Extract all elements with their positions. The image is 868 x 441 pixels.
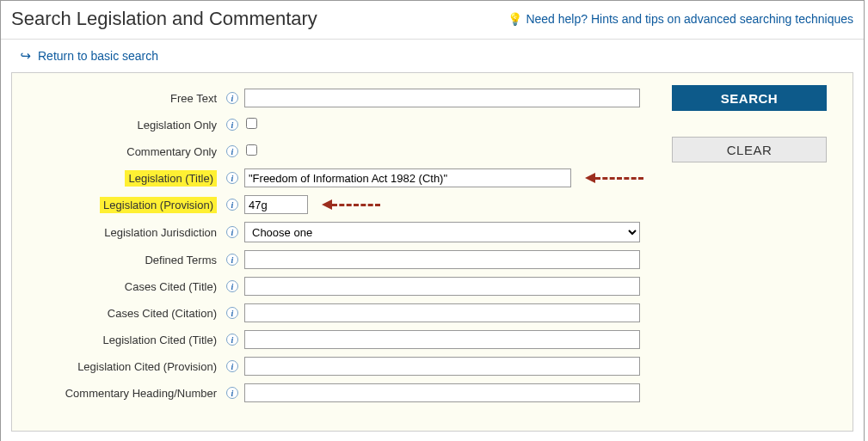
info-icon[interactable]: i <box>226 145 238 157</box>
row-defined-terms: Defined Terms i <box>29 250 835 269</box>
label-commentary-heading: Commentary Heading/Number <box>29 387 220 400</box>
row-legislation-title: Legislation (Title) i <box>29 168 835 187</box>
commentary-heading-input[interactable] <box>244 383 640 402</box>
help-link-text: Need help? Hints and tips on advanced se… <box>526 12 853 26</box>
clear-button[interactable]: CLEAR <box>672 137 827 162</box>
legislation-provision-input[interactable] <box>244 195 308 214</box>
commentary-only-checkbox[interactable] <box>246 144 257 156</box>
info-icon[interactable]: i <box>226 387 238 399</box>
arrow-annotation-icon <box>322 199 380 210</box>
info-icon[interactable]: i <box>226 172 238 184</box>
legislation-jurisdiction-select[interactable]: Choose one <box>244 222 640 242</box>
label-legislation-provision: Legislation (Provision) <box>100 197 217 213</box>
row-cases-cited-citation: Cases Cited (Citation) i <box>29 303 835 322</box>
legislation-title-input[interactable] <box>244 168 571 187</box>
info-icon[interactable]: i <box>226 360 238 372</box>
legislation-cited-title-input[interactable] <box>244 330 640 349</box>
info-icon[interactable]: i <box>226 254 238 266</box>
row-legislation-jurisdiction: Legislation Jurisdiction i Choose one <box>29 222 835 242</box>
row-legislation-cited-provision: Legislation Cited (Provision) i <box>29 357 835 376</box>
legislation-cited-provision-input[interactable] <box>244 357 640 376</box>
info-icon[interactable]: i <box>226 199 238 211</box>
label-free-text: Free Text <box>29 92 220 105</box>
help-link[interactable]: 💡 Need help? Hints and tips on advanced … <box>508 12 853 26</box>
label-defined-terms: Defined Terms <box>29 254 220 266</box>
info-icon[interactable]: i <box>226 334 238 346</box>
return-arrow-icon: ↩ <box>20 48 31 64</box>
row-cases-cited-title: Cases Cited (Title) i <box>29 277 835 296</box>
info-icon[interactable]: i <box>226 226 238 238</box>
legislation-only-checkbox[interactable] <box>246 118 257 129</box>
label-legislation-title: Legislation (Title) <box>125 170 217 187</box>
row-legislation-cited-title: Legislation Cited (Title) i <box>29 330 835 349</box>
return-to-basic-link[interactable]: Return to basic search <box>38 49 158 63</box>
free-text-input[interactable] <box>244 89 640 107</box>
row-commentary-heading: Commentary Heading/Number i <box>29 383 835 402</box>
label-legislation-cited-provision: Legislation Cited (Provision) <box>29 360 220 373</box>
info-icon[interactable]: i <box>226 307 238 319</box>
label-cases-cited-citation: Cases Cited (Citation) <box>29 307 220 320</box>
info-icon[interactable]: i <box>226 119 238 131</box>
search-button[interactable]: SEARCH <box>672 85 827 111</box>
label-legislation-only: Legislation Only <box>29 119 220 132</box>
page-header: Search Legislation and Commentary 💡 Need… <box>1 1 864 40</box>
cases-cited-citation-input[interactable] <box>244 303 640 322</box>
label-legislation-jurisdiction: Legislation Jurisdiction <box>29 226 220 239</box>
arrow-annotation-icon <box>585 173 643 183</box>
search-form: SEARCH CLEAR Free Text i Legislation Onl… <box>11 72 853 432</box>
info-icon[interactable]: i <box>226 280 238 292</box>
defined-terms-input[interactable] <box>244 250 640 269</box>
label-legislation-cited-title: Legislation Cited (Title) <box>29 334 220 346</box>
label-cases-cited-title: Cases Cited (Title) <box>29 280 220 293</box>
cases-cited-title-input[interactable] <box>244 277 640 296</box>
page-title: Search Legislation and Commentary <box>11 8 317 30</box>
info-icon[interactable]: i <box>226 92 238 104</box>
row-legislation-provision: Legislation (Provision) i <box>29 195 835 214</box>
lightbulb-icon: 💡 <box>508 12 522 26</box>
return-bar: ↩ Return to basic search <box>1 40 864 72</box>
main-container: Search Legislation and Commentary 💡 Need… <box>0 0 865 441</box>
action-buttons: SEARCH CLEAR <box>672 85 827 162</box>
label-commentary-only: Commentary Only <box>29 145 220 158</box>
